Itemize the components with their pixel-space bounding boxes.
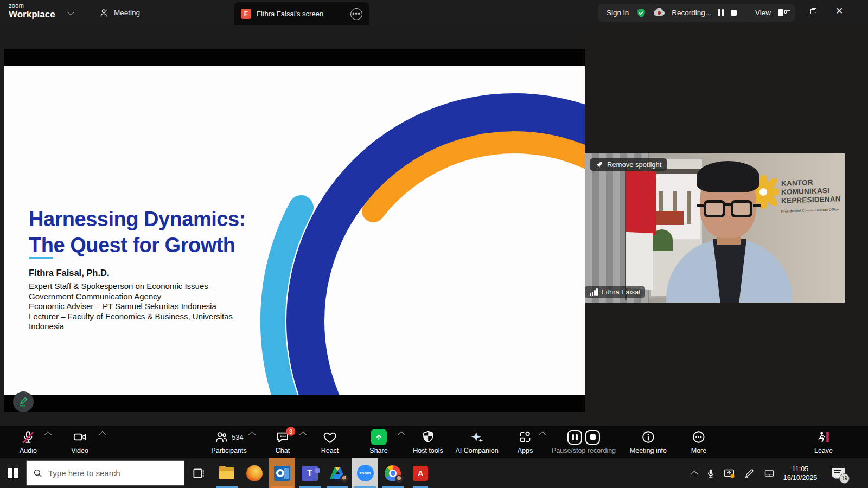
taskbar-zoom[interactable]: zoom — [352, 458, 378, 488]
share-screen-icon — [371, 429, 387, 445]
apps-options-chevron[interactable] — [539, 431, 546, 438]
slide-title: Harnessing Dynamics: The Quest for Growt… — [29, 206, 246, 258]
taskbar-google-drive[interactable] — [324, 458, 350, 488]
tray-screen-share[interactable] — [719, 458, 739, 488]
microphone-muted-icon — [21, 430, 35, 444]
tray-touchpad[interactable] — [760, 458, 779, 488]
zoom-workplace-logo: zoom Workplace — [9, 3, 55, 19]
action-center-button[interactable]: 19 — [826, 458, 851, 488]
sign-in-button[interactable]: Sign in — [607, 9, 629, 17]
file-explorer-icon — [219, 467, 234, 479]
minimize-button[interactable] — [775, 0, 800, 22]
annotate-button[interactable] — [13, 391, 34, 412]
task-view-icon — [192, 466, 206, 480]
pause-recording-icon[interactable] — [567, 430, 582, 445]
presentation-slide: Harnessing Dynamics: The Quest for Growt… — [4, 66, 585, 395]
pin-icon — [596, 161, 603, 169]
taskbar-acrobat[interactable]: A — [407, 458, 433, 488]
chat-options-chevron[interactable] — [299, 431, 307, 438]
meeting-toolbar: Audio Video 534 Pa — [0, 426, 868, 458]
chat-label: Chat — [276, 447, 290, 454]
remove-spotlight-label: Remove spotlight — [607, 160, 661, 169]
chevron-up-icon — [691, 471, 698, 478]
tray-microphone[interactable] — [702, 458, 719, 488]
video-options-chevron[interactable] — [99, 431, 106, 438]
bio-line-3: Economic Adviser – PT Samuel Sekuritas I… — [29, 301, 233, 312]
presenter-name: Fithra Faisal, Ph.D. — [29, 268, 233, 278]
react-button[interactable]: React — [321, 429, 339, 454]
taskbar-chrome[interactable] — [380, 458, 406, 488]
tab-shared-screen[interactable]: F Fithra Faisal's screen ••• — [234, 2, 369, 25]
tab-options-ellipsis-icon[interactable]: ••• — [350, 8, 362, 20]
task-view-button[interactable] — [186, 458, 212, 488]
google-drive-icon — [329, 466, 346, 481]
letterbox-top — [4, 49, 585, 66]
leave-door-icon — [816, 430, 831, 444]
participants-count: 534 — [232, 433, 244, 441]
presenter-bio: Fithra Faisal, Ph.D. Expert Staff & Spok… — [29, 268, 233, 332]
zoom-meeting-window: zoom Workplace Meeting F Fithra Faisal's… — [0, 0, 868, 488]
slide-title-underlined-part: Th — [29, 234, 53, 259]
bio-line-4: Lecturer – Faculty of Economics & Busine… — [29, 312, 233, 322]
participants-button[interactable]: 534 Participants — [211, 429, 246, 454]
start-button[interactable] — [0, 458, 26, 488]
leave-button[interactable]: Leave — [814, 429, 833, 454]
taskbar-outlook[interactable] — [269, 458, 295, 488]
video-label: Video — [71, 447, 88, 454]
tray-pen[interactable] — [740, 458, 758, 488]
share-options-chevron[interactable] — [398, 431, 405, 438]
restore-button[interactable] — [801, 0, 826, 22]
audio-options-chevron[interactable] — [44, 431, 52, 438]
chat-unread-badge: 3 — [286, 427, 296, 436]
participants-icon — [214, 430, 228, 444]
taskbar-clock[interactable]: 11:05 16/10/2025 — [779, 458, 821, 488]
tray-pen-icon — [744, 468, 755, 479]
close-button[interactable]: ✕ — [827, 0, 852, 22]
audio-level-icon — [590, 288, 598, 296]
pause-recording-icon[interactable] — [718, 9, 724, 16]
view-button[interactable]: View — [755, 9, 771, 17]
participant-name-label: Fithra Faisal — [602, 288, 641, 296]
bio-line-1: Expert Staff & Spokesperson on Economic … — [29, 281, 233, 292]
taskbar-teams[interactable]: T — [297, 458, 323, 488]
glasses — [704, 200, 754, 219]
ai-companion-label: AI Companion — [455, 447, 498, 454]
stop-recording-icon[interactable] — [585, 430, 600, 445]
search-input[interactable] — [48, 468, 168, 478]
apps-icon — [518, 430, 532, 444]
more-button[interactable]: More — [691, 429, 706, 454]
windows-logo-icon — [8, 468, 18, 479]
audio-button[interactable]: Audio — [20, 429, 37, 454]
workspace-dropdown-chevron-icon[interactable] — [67, 9, 74, 16]
chat-button[interactable]: 3 Chat — [276, 429, 290, 454]
apps-label: Apps — [518, 447, 533, 454]
taskbar-firefox[interactable] — [241, 458, 267, 488]
search-icon — [33, 468, 43, 478]
tab-meeting[interactable]: Meeting — [93, 0, 145, 25]
pencil-icon — [17, 396, 29, 408]
taskbar-search[interactable] — [26, 460, 184, 486]
stop-recording-icon[interactable] — [731, 10, 737, 16]
shield-icon — [421, 430, 435, 444]
security-shield-icon[interactable] — [636, 8, 647, 18]
share-button[interactable]: Share — [369, 429, 387, 454]
bio-line-2: Government Communication Agency — [29, 292, 233, 302]
tray-screen-icon — [723, 467, 736, 479]
host-tools-button[interactable]: Host tools — [413, 429, 443, 454]
video-button[interactable]: Video — [71, 429, 88, 454]
taskbar-file-explorer[interactable] — [214, 458, 240, 488]
recording-status-label: Recording... — [672, 9, 711, 17]
more-ellipsis-icon — [692, 430, 706, 444]
tray-show-hidden-icons[interactable] — [685, 458, 702, 488]
meeting-info-button[interactable]: Meeting info — [630, 429, 667, 454]
bio-line-5: Indonesia — [29, 322, 233, 332]
participants-options-chevron[interactable] — [248, 431, 256, 438]
participant-video-tile[interactable]: KANTOR KOMUNIKASI KEPRESIDENAN President… — [585, 153, 845, 303]
apps-button[interactable]: Apps — [518, 429, 533, 454]
remove-spotlight-button[interactable]: Remove spotlight — [590, 158, 667, 171]
clock-date: 16/10/2025 — [783, 473, 818, 482]
ai-companion-button[interactable]: AI Companion — [455, 429, 498, 454]
slide-title-line2: e Quest for Growth — [53, 234, 235, 256]
zoom-app-icon: zoom — [357, 465, 374, 481]
pause-stop-recording-button[interactable]: Pause/stop recording — [552, 429, 616, 454]
